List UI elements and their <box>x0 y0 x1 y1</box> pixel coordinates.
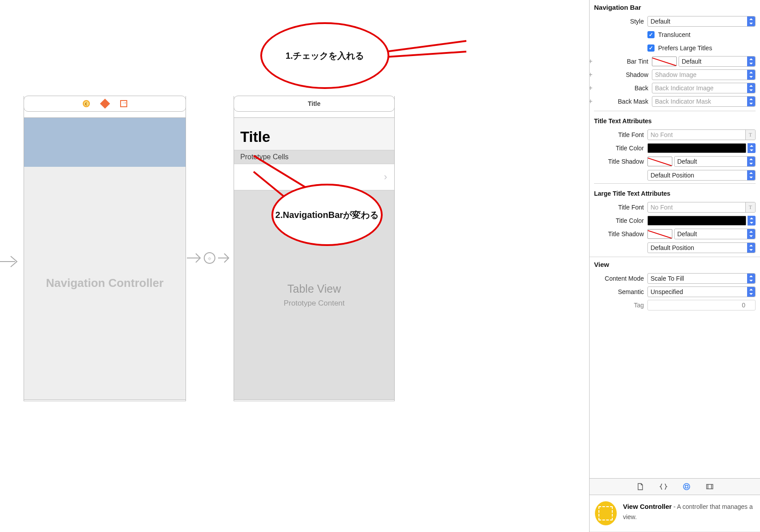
large-title-shadow-select[interactable]: Default <box>674 229 756 239</box>
back-mask-select[interactable]: Back Indicator Mask <box>652 96 756 107</box>
library-tabs <box>590 478 760 495</box>
segue-arrow[interactable]: ⟐ <box>187 249 234 267</box>
row-back-mask: + Back Mask Back Indicator Mask <box>590 95 760 108</box>
row-style: Style Default <box>590 15 760 28</box>
dropdown-arrows-icon <box>747 229 755 239</box>
library-tab-media-icon[interactable] <box>705 482 715 492</box>
row-shadow: + Shadow Shadow Image <box>590 68 760 81</box>
scene-table-view-controller[interactable]: Title Title Prototype Cells › Table View… <box>234 96 395 401</box>
dropdown-arrows-icon <box>747 287 755 297</box>
row-title-shadow: Title Shadow Default <box>590 155 760 168</box>
translucent-label: Translucent <box>658 31 691 38</box>
section-header-navigation-bar: Navigation Bar <box>590 0 760 15</box>
navigation-bar-preview <box>24 118 186 167</box>
annotation-text: 1.チェックを入れる <box>286 50 364 62</box>
row-content-mode: Content Mode Scale To Fill <box>590 272 760 285</box>
scene-title: Title <box>308 100 321 107</box>
title-color-label: Title Color <box>590 145 647 152</box>
dropdown-arrows-icon <box>747 16 755 26</box>
svg-rect-4 <box>685 485 688 488</box>
scene-navigation-controller[interactable]: Navigation Controller <box>24 96 186 401</box>
font-picker-icon[interactable]: T <box>745 202 755 212</box>
large-title-shadow-position-select[interactable]: Default Position <box>647 242 756 253</box>
section-header-view: View <box>590 257 760 272</box>
dropdown-arrows-icon <box>747 83 755 93</box>
library-tab-code-icon[interactable] <box>659 482 668 492</box>
large-title-label: Title <box>240 129 388 145</box>
bar-tint-swatch[interactable] <box>652 56 677 66</box>
dropdown-arrows-icon <box>747 97 755 106</box>
prefers-large-titles-checkbox[interactable]: ✓Prefers Large Titles <box>647 44 712 52</box>
content-mode-select[interactable]: Scale To Fill <box>647 273 756 284</box>
tag-field[interactable]: 0 <box>647 300 756 310</box>
dropdown-arrows-icon <box>747 157 755 166</box>
section-header-large-title-text-attributes: Large Title Text Attributes <box>590 186 760 201</box>
navigation-bar-large-title[interactable]: Title <box>234 118 394 150</box>
scene-body: Navigation Controller <box>24 117 186 400</box>
annotation-callout-1: 1.チェックを入れる <box>260 22 389 89</box>
annotation-text: 2.NavigationBarが変わる <box>275 208 379 222</box>
row-bar-tint: + Bar Tint Default <box>590 55 760 68</box>
large-title-shadow-swatch[interactable] <box>647 229 672 239</box>
large-title-shadow-label: Title Shadow <box>590 230 647 238</box>
prototype-content-label: Prototype Content <box>283 299 344 308</box>
large-title-color-swatch[interactable] <box>647 216 746 226</box>
back-mask-label: Back Mask <box>594 98 652 105</box>
plus-icon[interactable]: + <box>590 84 595 92</box>
checkmark-icon: ✓ <box>647 31 655 38</box>
dropdown-arrows-icon[interactable] <box>748 216 756 226</box>
title-shadow-label: Title Shadow <box>590 158 647 165</box>
checkmark-icon: ✓ <box>647 44 655 52</box>
library-tab-file-icon[interactable] <box>635 482 645 492</box>
shadow-image-select[interactable]: Shadow Image <box>652 69 756 80</box>
plus-icon[interactable]: + <box>590 71 595 79</box>
shadow-label: Shadow <box>594 71 652 78</box>
semantic-select[interactable]: Unspecified <box>647 286 756 297</box>
style-select[interactable]: Default <box>647 16 756 27</box>
svg-rect-5 <box>707 484 713 489</box>
plus-icon[interactable]: + <box>590 57 595 65</box>
disclosure-chevron-icon: › <box>384 171 387 183</box>
library-item-view-controller[interactable]: View Controller - A controller that mana… <box>590 495 760 532</box>
tag-label: Tag <box>590 302 647 309</box>
bar-tint-select[interactable]: Default <box>679 56 756 67</box>
back-image-select[interactable]: Back Indicator Image <box>652 83 756 93</box>
large-title-font-field[interactable]: No FontT <box>647 202 756 213</box>
plus-icon[interactable]: + <box>590 97 595 105</box>
annotation-callout-2: 2.NavigationBarが変わる <box>271 184 383 246</box>
bar-tint-label: Bar Tint <box>594 58 652 65</box>
title-color-swatch[interactable] <box>647 143 746 153</box>
row-large-title-shadow: Title Shadow Default <box>590 227 760 241</box>
storyboard-canvas[interactable]: Navigation Controller ⟐ Title Title Prot… <box>0 0 408 532</box>
title-shadow-swatch[interactable] <box>647 157 672 166</box>
translucent-checkbox[interactable]: ✓Translucent <box>647 31 691 38</box>
dropdown-arrows-icon <box>747 243 755 253</box>
row-tag: Tag 0 <box>590 298 760 312</box>
dropdown-arrows-icon <box>747 56 755 66</box>
attributes-inspector: Navigation Bar Style Default ✓Translucen… <box>589 0 760 532</box>
row-title-color: Title Color <box>590 141 760 155</box>
title-shadow-position-select[interactable]: Default Position <box>647 170 756 181</box>
font-picker-icon[interactable]: T <box>745 130 755 140</box>
title-font-label: Title Font <box>590 131 647 138</box>
section-header-title-text-attributes: Title Text Attributes <box>590 114 760 128</box>
library-tab-object-icon[interactable] <box>682 482 691 492</box>
row-semantic: Semantic Unspecified <box>590 285 760 298</box>
dropdown-arrows-icon <box>747 274 755 283</box>
dropdown-arrows-icon <box>747 170 755 180</box>
content-mode-label: Content Mode <box>590 275 647 282</box>
view-controller-icon <box>595 501 617 525</box>
svg-point-3 <box>683 484 690 490</box>
dropdown-arrows-icon[interactable] <box>748 143 756 153</box>
title-font-field[interactable]: No FontT <box>647 129 756 140</box>
dropdown-arrows-icon <box>747 70 755 80</box>
segue-icon[interactable]: ⟐ <box>204 252 215 264</box>
style-label: Style <box>590 18 647 25</box>
row-title-font: Title Font No FontT <box>590 128 760 141</box>
row-back: + Back Back Indicator Image <box>590 81 760 95</box>
title-shadow-select[interactable]: Default <box>674 156 756 167</box>
large-title-color-label: Title Color <box>590 217 647 224</box>
scene-header <box>24 96 186 112</box>
initial-scene-arrow-icon <box>0 253 20 270</box>
semantic-label: Semantic <box>590 288 647 295</box>
